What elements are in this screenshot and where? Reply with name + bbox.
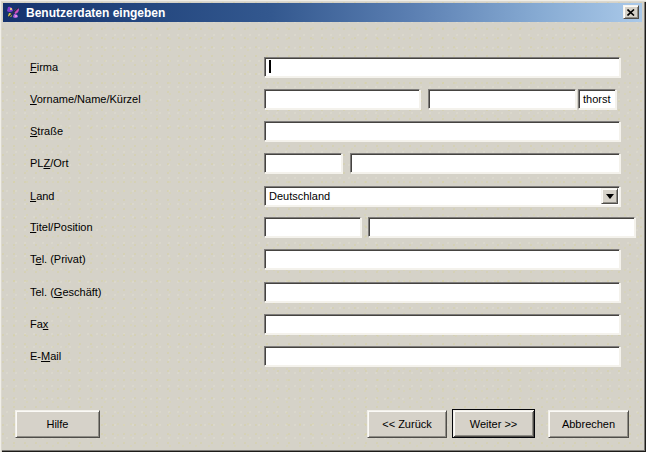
label-part: E- [30,350,41,362]
butterfly-app-icon [6,5,21,20]
label-part: /Ort [50,157,68,169]
tel-geschaeft-input[interactable] [264,282,620,302]
hilfe-button[interactable]: Hilfe [15,410,100,438]
label-part: l. (Privat) [42,253,86,265]
vorname-input[interactable] [264,89,420,109]
label-part: ail [50,350,61,362]
text-caret [269,60,271,73]
name-input[interactable] [428,89,576,109]
fax-input[interactable] [264,314,620,334]
label-accesskey: F [30,61,37,73]
label-part: Fa [30,318,43,330]
label-part: Tel. ( [30,286,54,298]
field-value: thorst [583,93,611,105]
label-part: and [36,190,54,202]
position-input[interactable] [368,217,635,237]
label-part: itel/Position [36,221,92,233]
label-accesskey: V [30,93,37,105]
strasse-input[interactable] [264,121,620,141]
label-plz-ort: PLZ/Ort [30,157,69,169]
kuerzel-input[interactable]: thorst [578,89,616,109]
titel-input[interactable] [264,217,361,237]
label-fax: Fax [30,318,48,330]
label-part: eschäft) [62,286,101,298]
email-input[interactable] [264,346,620,366]
label-accesskey: M [41,350,50,362]
label-firma: Firma [30,61,58,73]
window-title: Benutzerdaten eingeben [26,6,165,20]
label-accesskey: x [43,318,49,330]
titlebar[interactable]: Benutzerdaten eingeben [3,3,642,22]
label-part: traße [37,125,63,137]
label-part: orname/Name/Kürzel [37,93,141,105]
tel-privat-input[interactable] [264,249,620,269]
firma-input[interactable] [264,57,620,77]
label-email: E-Mail [30,350,61,362]
label-tel-privat: Tel. (Privat) [30,253,86,265]
zurueck-button[interactable]: << Zurück [367,410,447,438]
benutzerdaten-dialog: Benutzerdaten eingeben Firma Vorname/Nam… [0,0,646,452]
plz-input[interactable] [264,153,342,173]
close-button[interactable] [623,5,639,19]
dropdown-arrow-button[interactable] [601,188,618,204]
weiter-button[interactable]: Weiter >> [452,409,535,438]
selected-value: Deutschland [269,190,330,202]
label-tel-geschaeft: Tel. (Geschäft) [30,286,102,298]
chevron-down-icon [606,194,614,203]
label-strasse: Straße [30,125,63,137]
label-part: PL [30,157,43,169]
abbrechen-button[interactable]: Abbrechen [548,410,629,438]
label-part: irma [37,61,58,73]
ort-input[interactable] [350,153,620,173]
close-icon [627,9,635,16]
label-land: Land [30,190,54,202]
land-select[interactable]: Deutschland [264,186,620,206]
label-vorname-name-kuerzel: Vorname/Name/Kürzel [30,93,141,105]
label-titel-position: Titel/Position [30,221,93,233]
